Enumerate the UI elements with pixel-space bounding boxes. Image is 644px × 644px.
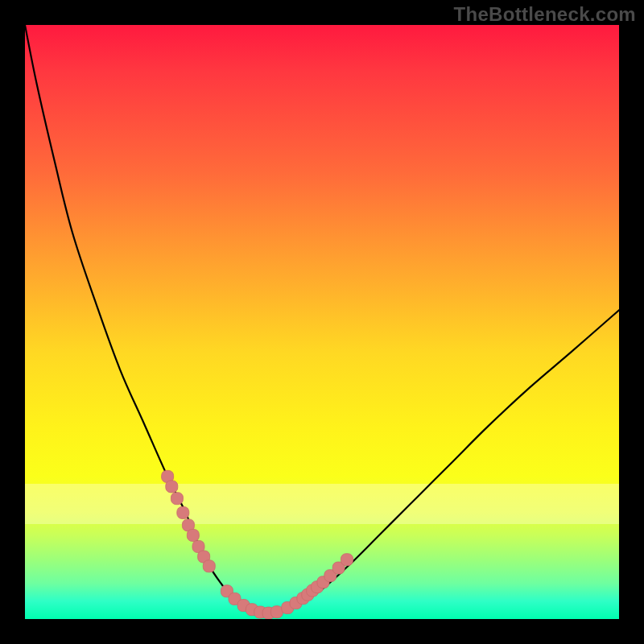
marker-point xyxy=(270,606,283,618)
marker-group xyxy=(162,470,353,619)
plot-area xyxy=(25,25,619,619)
bottleneck-curve xyxy=(25,25,619,613)
marker-point xyxy=(187,529,199,541)
marker-point xyxy=(177,506,189,518)
marker-point xyxy=(341,554,353,566)
marker-point xyxy=(203,560,215,572)
watermark-text: TheBottleneck.com xyxy=(454,3,636,26)
curve-layer xyxy=(25,25,619,619)
chart-frame: TheBottleneck.com xyxy=(0,0,644,644)
marker-point xyxy=(166,481,178,493)
marker-point xyxy=(171,493,183,505)
